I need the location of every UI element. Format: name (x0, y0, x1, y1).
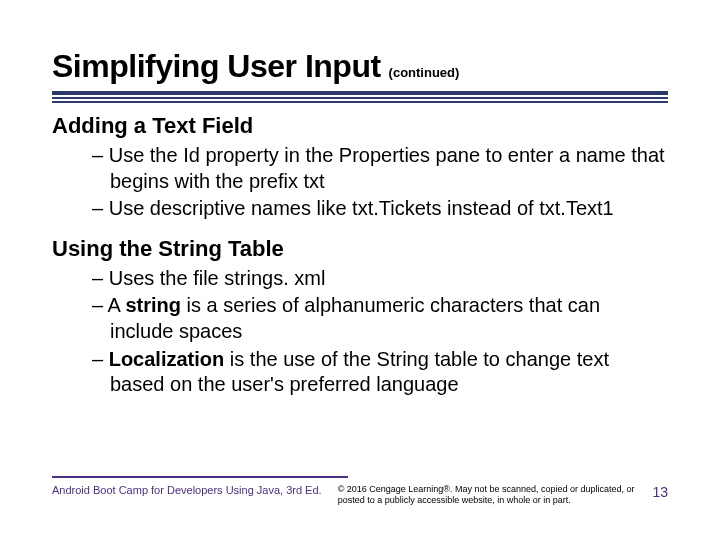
slide-title-row: Simplifying User Input (continued) (52, 48, 668, 85)
footer-row: Android Boot Camp for Developers Using J… (52, 484, 668, 506)
section-string-table: Using the String Table Uses the file str… (52, 236, 668, 398)
slide-title: Simplifying User Input (52, 48, 381, 85)
footer-copyright: © 2016 Cengage Learning®. May not be sca… (334, 484, 641, 506)
list-item: Uses the file strings. xml (92, 266, 668, 292)
section-heading: Using the String Table (52, 236, 668, 262)
section-adding-text-field: Adding a Text Field Use the Id property … (52, 113, 668, 222)
continued-label: (continued) (389, 65, 460, 80)
title-rule (52, 91, 668, 99)
list-item: Use descriptive names like txt.Tickets i… (92, 196, 668, 222)
list-item: Localization is the use of the String ta… (92, 347, 668, 398)
bullet-list: Uses the file strings. xml A string is a… (52, 266, 668, 398)
bullet-list: Use the Id property in the Properties pa… (52, 143, 668, 222)
footer-page-number: 13 (652, 484, 668, 500)
footer-book-title: Android Boot Camp for Developers Using J… (52, 484, 322, 496)
list-item: Use the Id property in the Properties pa… (92, 143, 668, 194)
list-item: A string is a series of alphanumeric cha… (92, 293, 668, 344)
section-heading: Adding a Text Field (52, 113, 668, 139)
slide-footer: Android Boot Camp for Developers Using J… (52, 476, 668, 506)
footer-rule (52, 476, 348, 478)
